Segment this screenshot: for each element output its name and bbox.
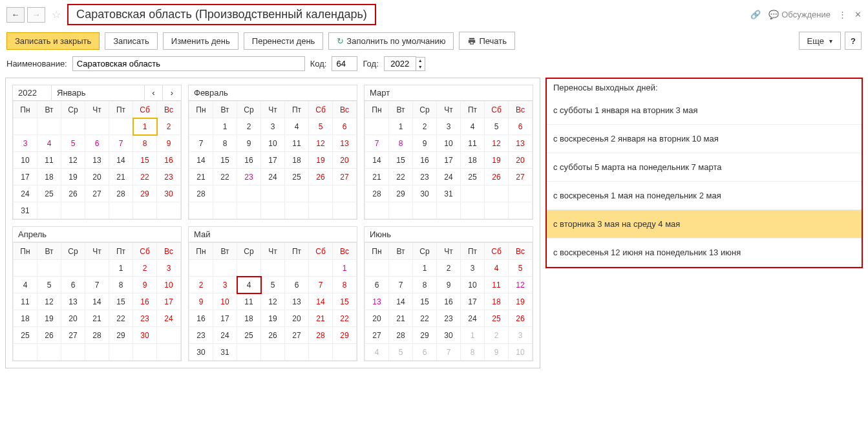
calendar-day[interactable]: 12 (309, 135, 333, 152)
calendar-day[interactable]: 27 (85, 186, 109, 202)
calendar-day[interactable]: 10 (437, 135, 461, 152)
calendar-day[interactable]: 28 (365, 186, 389, 202)
calendar-day[interactable]: 18 (14, 310, 37, 327)
calendar-day[interactable]: 22 (109, 310, 133, 327)
calendar-day[interactable]: 13 (333, 135, 357, 152)
calendar-day[interactable]: 18 (485, 293, 509, 310)
calendar-day[interactable]: 14 (389, 293, 413, 310)
calendar-day[interactable]: 2 (413, 118, 437, 135)
calendar-day[interactable]: 27 (365, 327, 389, 344)
calendar-day[interactable]: 6 (413, 344, 437, 361)
transfer-item[interactable]: с воскресенья 2 января на вторник 10 мая (547, 125, 862, 153)
calendar-day[interactable]: 25 (37, 186, 61, 202)
calendar-day[interactable]: 24 (213, 327, 237, 344)
calendar-day[interactable]: 5 (309, 118, 333, 135)
calendar-day[interactable]: 24 (261, 169, 285, 186)
link-icon[interactable]: 🔗 (750, 10, 761, 19)
calendar-day[interactable]: 8 (213, 135, 237, 152)
calendar-day[interactable]: 17 (213, 310, 237, 327)
calendar-day[interactable]: 8 (133, 135, 157, 152)
calendar-day[interactable]: 3 (437, 118, 461, 135)
calendar-day[interactable]: 20 (285, 310, 309, 327)
year-spinner[interactable]: ▲ ▼ (384, 56, 425, 71)
calendar-day[interactable]: 29 (389, 186, 413, 202)
calendar-day[interactable]: 1 (461, 327, 485, 344)
calendar-day[interactable]: 13 (61, 293, 85, 310)
calendar-day[interactable]: 5 (61, 135, 85, 152)
calendar-day[interactable]: 26 (485, 169, 509, 186)
calendar-day[interactable]: 17 (261, 152, 285, 169)
calendar-day[interactable]: 4 (365, 344, 389, 361)
calendar-day[interactable]: 13 (85, 152, 109, 169)
transfer-item[interactable]: с воскресенья 1 мая на понедельник 2 мая (547, 182, 862, 210)
calendar-day[interactable]: 7 (437, 344, 461, 361)
calendar-day[interactable]: 10 (213, 293, 237, 310)
calendar-day[interactable]: 28 (309, 327, 333, 344)
calendar-day[interactable]: 7 (309, 277, 333, 293)
calendar-day[interactable]: 23 (413, 169, 437, 186)
calendar-day[interactable]: 9 (437, 277, 461, 293)
calendar-day[interactable]: 30 (157, 186, 181, 202)
calendar-day[interactable]: 20 (365, 310, 389, 327)
calendar-day[interactable]: 7 (85, 277, 109, 293)
calendar-day[interactable]: 23 (189, 327, 213, 344)
calendar-day[interactable]: 19 (37, 310, 61, 327)
print-button[interactable]: Печать (459, 32, 515, 50)
year-down-icon[interactable]: ▼ (416, 64, 425, 70)
calendar-day[interactable]: 2 (237, 118, 261, 135)
nav-back-button[interactable]: ← (6, 7, 25, 23)
calendar-day[interactable]: 11 (237, 293, 261, 310)
calendar-day[interactable]: 12 (37, 293, 61, 310)
calendar-day[interactable]: 7 (109, 135, 133, 152)
calendar-day[interactable]: 22 (389, 169, 413, 186)
help-button[interactable]: ? (845, 32, 862, 50)
calendar-day[interactable]: 2 (485, 327, 509, 344)
calendar-day[interactable]: 26 (261, 327, 285, 344)
calendar-day[interactable]: 21 (109, 169, 133, 186)
calendar-day[interactable]: 6 (509, 118, 533, 135)
calendar-day[interactable]: 1 (109, 260, 133, 277)
name-input[interactable] (72, 56, 305, 71)
code-input[interactable] (332, 56, 357, 71)
calendar-day[interactable]: 10 (261, 135, 285, 152)
calendar-day[interactable]: 1 (213, 118, 237, 135)
calendar-day[interactable]: 29 (109, 327, 133, 344)
transfer-item[interactable]: с воскресенья 12 июня на понедельник 13 … (547, 239, 862, 267)
calendar-day[interactable]: 25 (14, 327, 37, 344)
calendar-day[interactable]: 27 (509, 169, 533, 186)
calendar-day[interactable]: 7 (189, 135, 213, 152)
calendar-day[interactable]: 5 (389, 344, 413, 361)
calendar-day[interactable]: 8 (413, 277, 437, 293)
calendar-day[interactable]: 15 (333, 293, 357, 310)
calendar-day[interactable]: 6 (61, 277, 85, 293)
calendar-day[interactable]: 1 (389, 118, 413, 135)
discussion-button[interactable]: 💬 Обсуждение (768, 10, 831, 19)
calendar-day[interactable]: 15 (109, 293, 133, 310)
fill-default-button[interactable]: ↻ Заполнить по умолчанию (328, 32, 454, 50)
calendar-day[interactable]: 18 (237, 310, 261, 327)
calendar-day[interactable]: 1 (133, 118, 157, 135)
year-input[interactable] (384, 56, 416, 71)
calendar-day[interactable]: 17 (157, 293, 181, 310)
calendar-day[interactable]: 4 (37, 135, 61, 152)
calendar-day[interactable]: 1 (413, 260, 437, 277)
calendar-day[interactable]: 21 (365, 169, 389, 186)
calendar-day[interactable]: 22 (333, 310, 357, 327)
calendar-day[interactable]: 17 (461, 293, 485, 310)
calendar-day[interactable]: 12 (485, 135, 509, 152)
calendar-day[interactable]: 5 (37, 277, 61, 293)
calendar-day[interactable]: 3 (14, 135, 37, 152)
calendar-day[interactable]: 12 (61, 152, 85, 169)
calendar-day[interactable]: 23 (157, 169, 181, 186)
calendar-day[interactable]: 28 (109, 186, 133, 202)
calendar-day[interactable]: 5 (509, 260, 533, 277)
calendar-day[interactable]: 30 (437, 327, 461, 344)
calendar-day[interactable]: 14 (109, 152, 133, 169)
favorite-icon[interactable]: ☆ (52, 8, 61, 21)
calendar-day[interactable]: 3 (213, 277, 237, 293)
calendar-next-icon[interactable]: › (163, 85, 181, 100)
calendar-day[interactable]: 16 (237, 152, 261, 169)
calendar-day[interactable]: 2 (437, 260, 461, 277)
year-up-icon[interactable]: ▲ (416, 58, 425, 64)
kebab-menu-icon[interactable]: ⋮ (838, 10, 847, 19)
